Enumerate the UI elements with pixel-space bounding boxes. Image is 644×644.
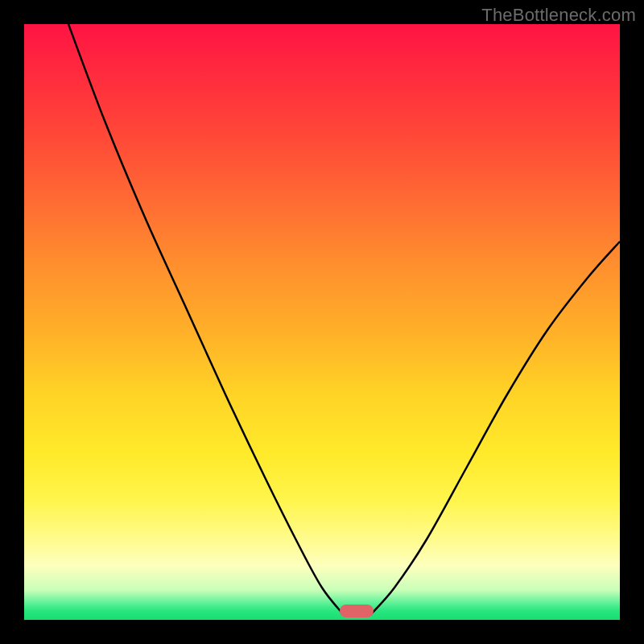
curve-right-branch (370, 242, 620, 615)
curve-left-branch (68, 24, 344, 615)
optimum-marker (340, 605, 374, 617)
plot-area (24, 24, 620, 620)
bottleneck-curve (24, 24, 620, 620)
watermark-text: TheBottleneck.com (481, 5, 636, 26)
